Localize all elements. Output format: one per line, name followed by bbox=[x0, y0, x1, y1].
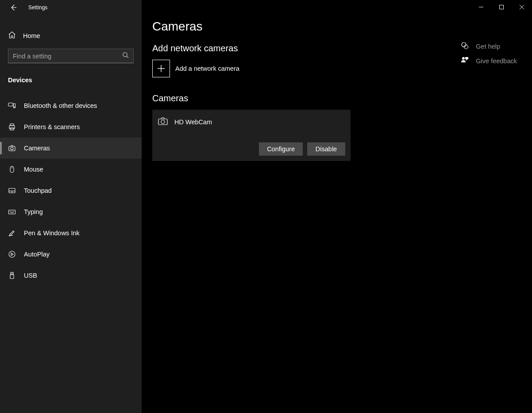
sidebar-item-pen[interactable]: Pen & Windows Ink bbox=[0, 222, 142, 244]
page-title: Cameras bbox=[152, 19, 409, 34]
camera-name: HD WebCam bbox=[174, 119, 212, 126]
svg-rect-1 bbox=[500, 5, 504, 9]
sidebar-item-bluetooth[interactable]: Bluetooth & other devices bbox=[0, 95, 142, 116]
svg-rect-20 bbox=[9, 210, 15, 214]
svg-point-37 bbox=[462, 57, 465, 60]
sidebar-item-mouse[interactable]: Mouse bbox=[0, 159, 142, 180]
svg-point-26 bbox=[9, 251, 15, 257]
nav-label: Pen & Windows Ink bbox=[24, 229, 80, 237]
usb-icon bbox=[8, 272, 16, 279]
main-content: Cameras Add network cameras Add a networ… bbox=[142, 0, 532, 413]
add-network-camera-button[interactable]: Add a network camera bbox=[152, 60, 409, 77]
nav-label: AutoPlay bbox=[24, 251, 50, 258]
camera-card[interactable]: HD WebCam Configure Disable bbox=[152, 110, 351, 161]
mouse-icon bbox=[8, 165, 16, 173]
nav-label: Mouse bbox=[24, 166, 43, 173]
svg-rect-7 bbox=[8, 103, 13, 106]
camera-icon bbox=[158, 117, 168, 127]
sidebar-item-autoplay[interactable]: AutoPlay bbox=[0, 244, 142, 265]
pen-icon bbox=[8, 229, 16, 237]
nav-label: Bluetooth & other devices bbox=[24, 102, 97, 109]
svg-point-5 bbox=[123, 53, 127, 57]
search-input[interactable] bbox=[13, 53, 122, 60]
sidebar-header: Settings bbox=[0, 0, 142, 15]
app-title: Settings bbox=[28, 4, 47, 11]
close-button[interactable] bbox=[512, 0, 532, 14]
search-box[interactable] bbox=[8, 49, 134, 63]
nav-label: USB bbox=[24, 272, 37, 279]
minimize-button[interactable] bbox=[471, 0, 491, 14]
nav-label: Printers & scanners bbox=[24, 123, 80, 130]
svg-point-14 bbox=[11, 147, 13, 150]
svg-point-34 bbox=[161, 120, 165, 124]
get-help-link[interactable]: Get help bbox=[461, 42, 517, 51]
give-feedback-label: Give feedback bbox=[476, 57, 517, 65]
sidebar-item-cameras[interactable]: Cameras bbox=[0, 138, 142, 159]
bluetooth-icon bbox=[8, 102, 16, 110]
svg-line-6 bbox=[127, 56, 128, 58]
help-column: Get help Give feedback bbox=[461, 19, 521, 402]
touchpad-icon bbox=[8, 187, 16, 195]
configure-button[interactable]: Configure bbox=[259, 142, 303, 156]
search-icon bbox=[122, 52, 129, 60]
svg-rect-28 bbox=[10, 275, 14, 279]
sidebar-item-typing[interactable]: Typing bbox=[0, 201, 142, 222]
sidebar-item-touchpad[interactable]: Touchpad bbox=[0, 180, 142, 201]
sidebar-item-usb[interactable]: USB bbox=[0, 265, 142, 286]
cameras-heading: Cameras bbox=[152, 93, 409, 103]
help-icon bbox=[461, 42, 469, 51]
sidebar-section-title: Devices bbox=[0, 63, 142, 89]
sidebar-item-printers[interactable]: Printers & scanners bbox=[0, 116, 142, 138]
give-feedback-link[interactable]: Give feedback bbox=[461, 56, 517, 65]
maximize-button[interactable] bbox=[491, 0, 512, 14]
feedback-icon bbox=[461, 56, 469, 65]
add-network-cameras-heading: Add network cameras bbox=[152, 43, 409, 54]
nav-label: Typing bbox=[24, 208, 43, 215]
plus-icon bbox=[152, 60, 170, 77]
camera-icon bbox=[8, 144, 16, 152]
disable-button[interactable]: Disable bbox=[307, 142, 345, 156]
nav-list: Bluetooth & other devices Printers & sca… bbox=[0, 95, 142, 286]
home-icon bbox=[8, 31, 16, 41]
get-help-label: Get help bbox=[476, 43, 500, 50]
autoplay-icon bbox=[8, 250, 16, 258]
nav-label: Touchpad bbox=[24, 187, 52, 194]
keyboard-icon bbox=[8, 208, 16, 216]
sidebar: Settings Home Devices Bluetooth & ot bbox=[0, 0, 142, 413]
window-controls bbox=[471, 0, 532, 14]
nav-label: Cameras bbox=[24, 145, 50, 152]
svg-point-35 bbox=[462, 42, 466, 47]
home-label: Home bbox=[23, 32, 40, 39]
svg-point-9 bbox=[14, 107, 15, 107]
svg-rect-27 bbox=[11, 272, 13, 275]
printer-icon bbox=[8, 123, 16, 131]
sidebar-home[interactable]: Home bbox=[0, 27, 142, 44]
back-button[interactable] bbox=[8, 2, 19, 13]
svg-rect-38 bbox=[465, 57, 468, 59]
add-network-camera-label: Add a network camera bbox=[175, 65, 239, 72]
svg-rect-11 bbox=[10, 124, 14, 126]
